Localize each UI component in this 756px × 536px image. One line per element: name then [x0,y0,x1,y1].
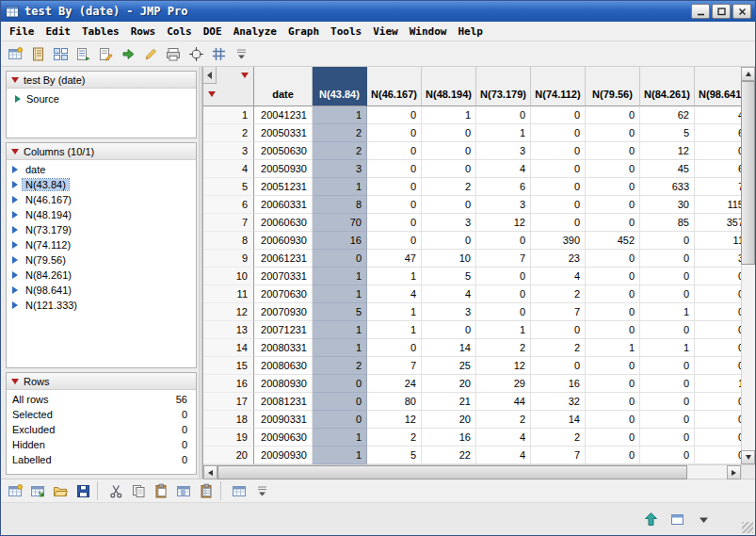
window-layout-icon[interactable] [50,43,72,65]
column-header[interactable]: N(48.194) [422,67,476,106]
cell[interactable]: 3 [422,214,476,232]
cell[interactable]: 6 [695,160,741,178]
row-number[interactable]: 9 [203,250,254,268]
cell[interactable]: 0 [476,232,531,250]
row-number[interactable]: 18 [203,411,254,429]
column-header[interactable]: N(84.261) [640,67,695,106]
cell[interactable]: 0 [367,178,422,196]
menu-tables[interactable]: Tables [76,23,125,41]
cell[interactable]: 3 [313,160,367,178]
row-number[interactable]: 12 [203,303,254,321]
cell[interactable]: 1 [640,339,695,357]
column-header[interactable]: N(46.167) [367,67,422,106]
cell[interactable]: 25 [422,357,476,375]
cell[interactable]: 6 [476,178,531,196]
cell[interactable]: 1 [422,106,476,124]
cut-icon[interactable] [105,480,127,502]
paste-icon[interactable] [151,480,172,502]
cell[interactable]: 20070630 [254,285,313,303]
cell[interactable]: 0 [695,429,741,447]
cell[interactable]: 4 [695,106,741,124]
cell[interactable]: 45 [640,160,695,178]
cell[interactable]: 10 [422,250,476,268]
cell[interactable]: 0 [695,142,741,160]
menu-analyze[interactable]: Analyze [228,23,282,41]
column-item[interactable]: N(46.167) [7,192,196,207]
row-number[interactable]: 8 [203,232,254,250]
row-number[interactable]: 15 [203,357,254,375]
cell[interactable]: 0 [695,393,741,411]
cell[interactable]: 2 [422,178,476,196]
horizontal-scrollbar[interactable] [203,465,741,479]
cell[interactable]: 20080630 [254,357,313,375]
cell[interactable]: 0 [476,285,531,303]
cell[interactable]: 0 [640,447,695,464]
cell[interactable]: 1 [367,321,422,339]
cell[interactable]: 20081231 [254,393,313,411]
cell[interactable]: 1 [313,447,367,464]
cell[interactable]: 0 [695,303,741,321]
cell[interactable]: 0 [313,375,367,393]
menu-rows[interactable]: Rows [125,23,162,41]
cell[interactable]: 2 [313,357,367,375]
cell[interactable]: 0 [586,447,640,464]
cell[interactable]: 0 [695,447,741,464]
cell[interactable]: 0 [531,196,586,214]
cell[interactable]: 0 [367,214,422,232]
cell[interactable]: 0 [422,232,476,250]
menu-window[interactable]: Window [404,23,453,41]
row-number[interactable]: 6 [203,196,254,214]
scroll-down-icon[interactable] [741,450,755,464]
cell[interactable]: 1 [695,375,741,393]
cell[interactable]: 2 [531,339,586,357]
cell[interactable]: 0 [531,106,586,124]
cell[interactable]: 0 [586,375,640,393]
close-button[interactable] [732,4,751,19]
cell[interactable]: 7 [367,357,422,375]
cell[interactable]: 0 [531,321,586,339]
maximize-button[interactable] [712,4,731,19]
cell[interactable]: 20 [422,375,476,393]
cell[interactable]: 0 [640,357,695,375]
column-item[interactable]: N(84.261) [7,268,196,283]
cell[interactable]: 0 [586,142,640,160]
menu-tools[interactable]: Tools [325,23,367,41]
cell[interactable]: 0 [640,411,695,429]
cell[interactable]: 20090331 [254,411,313,429]
cell[interactable]: 0 [586,411,640,429]
cell[interactable]: 1 [313,339,367,357]
cell[interactable]: 4 [531,268,586,285]
cell[interactable]: 2 [313,124,367,142]
cell[interactable]: 0 [313,393,367,411]
cell[interactable]: 20060630 [254,214,313,232]
row-number[interactable]: 16 [203,375,254,393]
cell[interactable]: 0 [531,214,586,232]
red-triangle-icon[interactable] [11,379,19,384]
cell[interactable]: 1 [476,321,531,339]
cell[interactable]: 0 [695,411,741,429]
cell[interactable]: 20080331 [254,339,313,357]
cell[interactable]: 0 [422,321,476,339]
import-data-icon[interactable] [27,480,49,502]
cell[interactable]: 22 [422,447,476,464]
cell[interactable]: 7 [531,447,586,464]
cell[interactable]: 1 [313,106,367,124]
column-item[interactable]: N(98.641) [7,283,196,298]
cell[interactable]: 3 [476,196,531,214]
table-panel-header[interactable]: test By (date) [7,72,196,89]
cell[interactable]: 0 [695,321,741,339]
cell[interactable]: 7 [531,303,586,321]
cell[interactable]: 633 [640,178,695,196]
cell[interactable]: 0 [367,124,422,142]
cell[interactable]: 0 [367,106,422,124]
row-number[interactable]: 13 [203,321,254,339]
cell[interactable]: 5 [422,268,476,285]
cell[interactable]: 20050930 [254,160,313,178]
column-item[interactable]: N(43.84) [7,177,196,192]
annotate-icon[interactable] [140,43,162,65]
red-triangle-icon[interactable] [11,149,19,154]
cell[interactable]: 0 [367,142,422,160]
cell[interactable]: 0 [640,375,695,393]
cell[interactable]: 20070331 [254,268,313,285]
scroll-right-icon[interactable] [727,465,741,479]
